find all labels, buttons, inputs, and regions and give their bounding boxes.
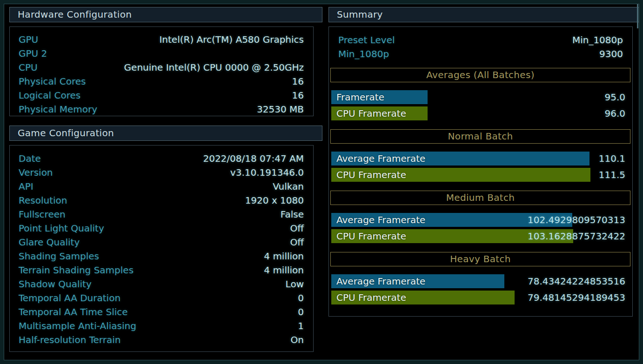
row-value: False	[281, 207, 304, 221]
bar-label: Average Framerate	[336, 274, 425, 288]
config-row: Temporal AA Duration 0	[10, 291, 313, 305]
row-label: Resolution	[19, 193, 67, 207]
config-row: CPU Genuine Intel(R) CPU 0000 @ 2.50GHz	[10, 60, 313, 74]
row-label: Physical Memory	[19, 102, 97, 116]
row-label: Fullscreen	[19, 207, 66, 221]
cpu-framerate-row: CPU Framerate 79.48145294189453	[331, 291, 632, 304]
row-label: Multisample Anti-Aliasing	[19, 319, 136, 333]
config-row: Multisample Anti-Aliasing 1	[10, 319, 313, 333]
row-value: 4 million	[264, 263, 304, 277]
row-label: Temporal AA Duration	[19, 291, 121, 305]
hardware-config-header: Hardware Configuration	[9, 7, 322, 22]
framerate-value: 102.4929809570313	[528, 213, 625, 227]
benchmark-results-page: Hardware Configuration GPU Intel(R) Arc(…	[0, 0, 643, 364]
framerate-bar: Average Framerate	[331, 152, 589, 165]
row-label: Half-resolution Terrain	[19, 333, 121, 347]
row-label: Physical Cores	[19, 74, 86, 88]
cpu-framerate-value: 79.48145294189453	[528, 291, 625, 304]
cpu-framerate-value: 103.1628875732422	[528, 229, 625, 243]
framerate-row: Average Framerate 78.43424224853516	[331, 274, 632, 288]
row-value: 1920 x 1080	[245, 193, 304, 207]
row-label: API	[19, 179, 33, 193]
row-value: Off	[290, 221, 304, 235]
medium-batch-header: Medium Batch	[330, 191, 630, 205]
row-value: Intel(R) Arc(TM) A580 Graphics	[159, 33, 304, 46]
row-value: 16	[292, 88, 304, 102]
cpu-framerate-value: 96.0	[604, 106, 625, 120]
config-row: API Vulkan	[10, 179, 313, 193]
row-label: Temporal AA Time Slice	[19, 305, 128, 319]
config-row: Logical Cores 16	[10, 88, 313, 102]
summary-header: Summary	[328, 7, 642, 22]
heavy-batch-header: Heavy Batch	[330, 252, 630, 266]
config-row: Glare Quality Off	[10, 235, 313, 249]
row-label: Point Light Quality	[19, 221, 104, 235]
row-value: On	[291, 333, 304, 347]
bar-label: CPU Framerate	[336, 291, 406, 304]
bar-label: Average Framerate	[336, 213, 425, 227]
config-row: Physical Memory 32530 MB	[10, 102, 313, 116]
config-row: Point Light Quality Off	[10, 221, 313, 235]
row-label: Date	[19, 152, 41, 165]
cpu-framerate-bar: CPU Framerate	[331, 106, 428, 120]
summary-row: Min_1080p 9300	[329, 47, 632, 61]
hardware-config-box: GPU Intel(R) Arc(TM) A580 Graphics GPU 2…	[9, 26, 314, 116]
game-config-title: Game Configuration	[18, 127, 114, 139]
framerate-value: 110.1	[599, 152, 625, 165]
row-value: Off	[290, 235, 304, 249]
cpu-framerate-value: 111.5	[599, 168, 625, 182]
config-row: Version v3.10.191346.0	[10, 165, 313, 179]
cpu-framerate-row: CPU Framerate 111.5	[331, 168, 632, 182]
config-row: Terrain Shading Samples 4 million	[10, 263, 313, 277]
row-value: 4 million	[264, 249, 304, 263]
summary-title: Summary	[337, 9, 383, 20]
row-value: Genuine Intel(R) CPU 0000 @ 2.50GHz	[124, 60, 304, 74]
bar-label: CPU Framerate	[336, 229, 406, 243]
config-row: Fullscreen False	[10, 207, 313, 221]
row-label: Glare Quality	[19, 235, 80, 249]
config-row: Shadow Quality Low	[10, 277, 313, 291]
cpu-framerate-row: CPU Framerate 103.1628875732422	[331, 229, 632, 243]
row-value: Min_1080p	[572, 33, 623, 47]
framerate-value: 78.43424224853516	[528, 274, 625, 288]
row-label: Min_1080p	[338, 47, 389, 61]
row-label: CPU	[19, 60, 38, 74]
row-value: 0	[298, 305, 304, 319]
score-value: 9300	[599, 47, 623, 61]
config-row: Half-resolution Terrain On	[10, 333, 313, 347]
row-label: GPU 2	[19, 46, 47, 60]
row-value: 32530 MB	[257, 102, 304, 116]
config-row: Shading Samples 4 million	[10, 249, 313, 263]
row-value: Vulkan	[273, 179, 304, 193]
config-row: Resolution 1920 x 1080	[10, 193, 313, 207]
cpu-framerate-bar: CPU Framerate	[331, 291, 515, 304]
row-value: 16	[292, 74, 304, 88]
row-value: 2022/08/18 07:47 AM	[203, 152, 304, 165]
row-value: 1	[298, 319, 304, 333]
summary-row: Preset Level Min_1080p	[329, 33, 632, 47]
config-row: Date 2022/08/18 07:47 AM	[10, 152, 313, 165]
row-label: Logical Cores	[19, 88, 80, 102]
bar-label: Average Framerate	[336, 152, 425, 165]
config-row: GPU 2	[10, 46, 313, 60]
averages-section-header: Averages (All Batches)	[330, 68, 630, 82]
row-label: Shading Samples	[19, 249, 99, 263]
scrollbar-thumb[interactable]	[637, 4, 638, 28]
hardware-config-title: Hardware Configuration	[18, 9, 132, 20]
summary-box: Preset Level Min_1080p Min_1080p 9300 Av…	[328, 26, 633, 317]
framerate-row: Average Framerate 110.1	[331, 152, 632, 165]
framerate-row: Average Framerate 102.4929809570313	[331, 213, 632, 227]
framerate-value: 95.0	[604, 90, 625, 104]
row-label: GPU	[19, 33, 38, 46]
framerate-bar: Average Framerate	[331, 274, 504, 288]
row-label: Preset Level	[338, 33, 395, 47]
bar-label: Framerate	[336, 90, 384, 104]
row-label: Terrain Shading Samples	[19, 263, 134, 277]
config-row: Temporal AA Time Slice 0	[10, 305, 313, 319]
normal-batch-header: Normal Batch	[330, 129, 630, 144]
game-config-box: Date 2022/08/18 07:47 AM Version v3.10.1…	[9, 145, 314, 352]
cpu-framerate-row: CPU Framerate 96.0	[331, 106, 632, 120]
row-label: Version	[19, 165, 53, 179]
row-value: Low	[286, 277, 304, 291]
cpu-framerate-bar: CPU Framerate	[331, 168, 590, 182]
